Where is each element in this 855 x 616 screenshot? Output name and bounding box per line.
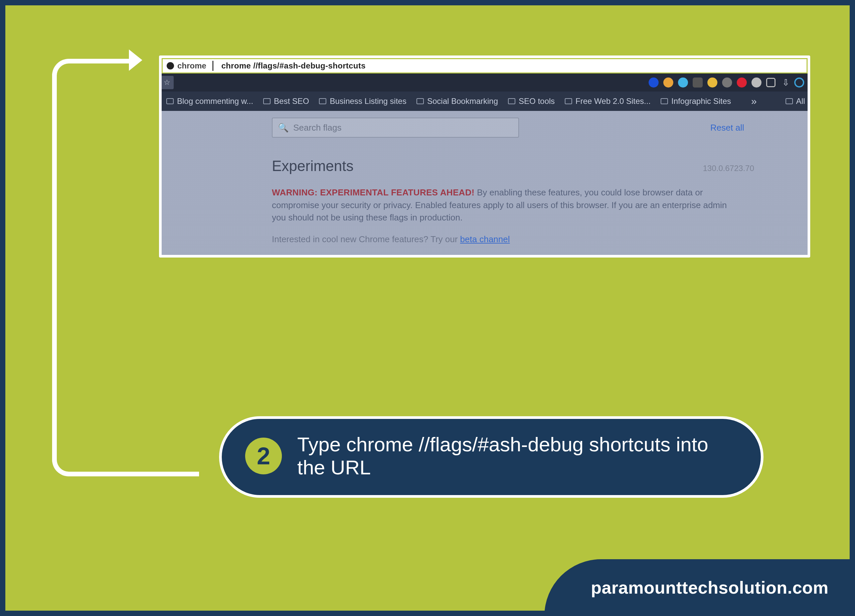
folder-icon bbox=[263, 98, 271, 104]
chrome-version: 130.0.6723.70 bbox=[703, 164, 754, 173]
beta-channel-line: Interested in cool new Chrome features? … bbox=[272, 234, 794, 245]
warning-paragraph: WARNING: EXPERIMENTAL FEATURES AHEAD! By… bbox=[272, 186, 737, 224]
reset-all-link[interactable]: Reset all bbox=[710, 123, 744, 133]
folder-icon bbox=[166, 98, 174, 104]
extension-icon[interactable] bbox=[678, 78, 688, 87]
bookmark-item[interactable]: Free Web 2.0 Sites... bbox=[565, 97, 651, 106]
bookmark-item[interactable]: Best SEO bbox=[263, 97, 309, 106]
address-divider bbox=[212, 61, 213, 71]
extension-icon[interactable] bbox=[737, 78, 747, 87]
bookmark-item[interactable]: Blog commenting w... bbox=[166, 97, 253, 106]
extension-icon[interactable] bbox=[751, 78, 762, 87]
connector-arrow bbox=[52, 52, 152, 477]
extension-icon[interactable] bbox=[707, 78, 717, 87]
site-identity-label: chrome bbox=[177, 61, 207, 70]
toolbar-strip: ☆ ⇩ bbox=[162, 74, 808, 92]
bookmark-item[interactable]: Business Listing sites bbox=[319, 97, 406, 106]
bookmarks-bar: Blog commenting w... Best SEO Business L… bbox=[162, 92, 808, 111]
tutorial-slide: chrome chrome //flags/#ash-debug-shortcu… bbox=[0, 0, 855, 616]
bookmark-star-icon[interactable]: ☆ bbox=[160, 76, 174, 89]
warning-label: WARNING: EXPERIMENTAL FEATURES AHEAD! bbox=[272, 187, 475, 198]
step-callout: 2 Type chrome //flags/#ash-debug shortcu… bbox=[219, 416, 763, 498]
bookmark-item[interactable]: All Book bbox=[786, 97, 810, 106]
bookmark-item[interactable]: Infographic Sites bbox=[660, 97, 731, 106]
url-text[interactable]: chrome //flags/#ash-debug-shortcuts bbox=[221, 61, 807, 70]
bookmarks-overflow-icon[interactable]: » bbox=[751, 95, 755, 107]
search-placeholder: Search flags bbox=[293, 123, 342, 133]
flags-page: 🔍 Search flags Reset all Experiments 130… bbox=[162, 111, 808, 255]
bookmark-item[interactable]: Social Bookmarking bbox=[417, 97, 498, 106]
extension-icons: ⇩ bbox=[648, 78, 804, 88]
search-icon: 🔍 bbox=[278, 123, 288, 133]
folder-icon bbox=[319, 98, 326, 104]
extension-icon[interactable] bbox=[648, 78, 659, 87]
beta-channel-link[interactable]: beta channel bbox=[460, 234, 510, 244]
download-icon[interactable]: ⇩ bbox=[782, 78, 789, 88]
chrome-icon bbox=[167, 62, 174, 69]
extensions-menu-icon[interactable] bbox=[766, 78, 775, 87]
search-flags-input[interactable]: 🔍 Search flags bbox=[272, 118, 519, 138]
folder-icon bbox=[508, 98, 515, 104]
address-bar[interactable]: chrome chrome //flags/#ash-debug-shortcu… bbox=[162, 58, 808, 74]
site-identity-chip[interactable]: chrome bbox=[162, 61, 212, 70]
browser-screenshot: chrome chrome //flags/#ash-debug-shortcu… bbox=[159, 55, 810, 257]
folder-icon bbox=[417, 98, 424, 104]
footer-brand: paramounttechsolution.com bbox=[544, 559, 855, 616]
extension-icon[interactable] bbox=[663, 78, 673, 87]
brand-url: paramounttechsolution.com bbox=[591, 578, 829, 598]
step-instruction: Type chrome //flags/#ash-debug shortcuts… bbox=[297, 433, 737, 479]
extension-icon[interactable] bbox=[722, 78, 732, 87]
folder-icon bbox=[565, 98, 572, 104]
profile-avatar-icon[interactable] bbox=[794, 78, 804, 87]
bookmark-item[interactable]: SEO tools bbox=[508, 97, 555, 106]
folder-icon bbox=[660, 98, 668, 104]
folder-icon bbox=[786, 98, 793, 104]
step-number-badge: 2 bbox=[245, 438, 282, 474]
extension-icon[interactable] bbox=[693, 78, 703, 87]
